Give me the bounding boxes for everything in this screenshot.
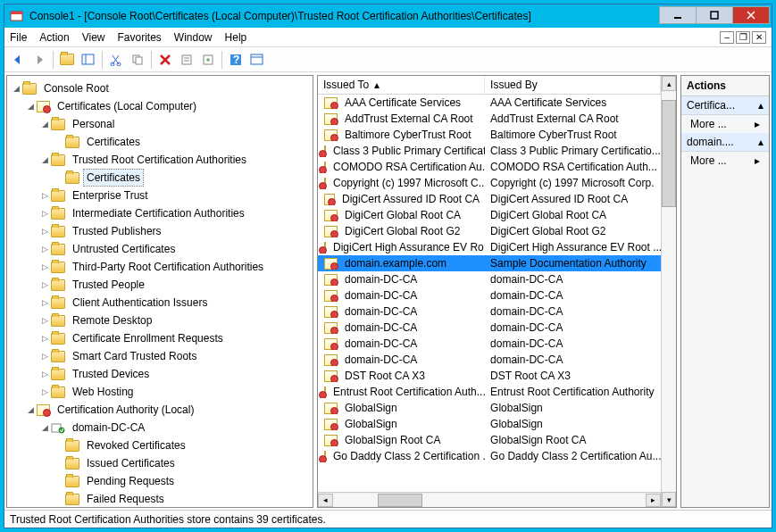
actions-group-domain[interactable]: domain....▴ [681,133,769,152]
cert-row[interactable]: GlobalSign Root CA GlobalSign Root CA [318,432,661,448]
menu-view[interactable]: View [82,31,105,44]
menu-file[interactable]: File [10,31,27,44]
cert-row[interactable]: domain-DC-CA domain-DC-CA [318,352,661,368]
tree-node[interactable]: Client Authentication Issuers [69,294,211,312]
menu-favorites[interactable]: Favorites [118,31,162,44]
expand-icon[interactable]: ◢ [25,402,36,418]
expand-icon[interactable]: ◢ [11,80,21,96]
expand-icon[interactable]: ◢ [39,152,50,168]
properties-button[interactable] [177,50,196,70]
up-button[interactable] [57,50,77,70]
tree-node[interactable]: Personal [69,115,118,133]
actions-more-1[interactable]: More ...▸ [681,115,769,133]
mdi-minimize-button[interactable]: – [720,31,734,44]
expand-icon[interactable]: ▷ [39,241,50,257]
cert-row[interactable]: DigiCert High Assurance EV Ro... DigiCer… [318,239,661,255]
hscroll-thumb[interactable] [378,494,422,507]
cert-row[interactable]: DigiCert Assured ID Root CA DigiCert Ass… [318,191,661,207]
expand-icon[interactable]: ▷ [39,295,50,311]
tree-node[interactable]: Failed Requests [83,490,168,508]
expand-icon[interactable]: ▷ [39,259,50,275]
cert-row[interactable]: DigiCert Global Root CA DigiCert Global … [318,207,661,223]
horizontal-scrollbar[interactable]: ◂ ▸ [318,492,661,507]
tree-pane[interactable]: ◢Console Root◢Certificates (Local Comput… [6,75,313,508]
expand-icon[interactable]: ▷ [39,312,50,328]
expand-icon[interactable]: ◢ [25,98,36,114]
expand-icon[interactable]: ▷ [39,366,50,382]
tree-ca-name[interactable]: domain-DC-CA [69,419,148,436]
cert-row[interactable]: AAA Certificate Services AAA Certificate… [318,95,661,111]
expand-icon[interactable]: ◢ [39,116,50,132]
cert-row[interactable]: DigiCert Global Root G2 DigiCert Global … [318,223,661,239]
cert-row[interactable]: Go Daddy Class 2 Certification ... Go Da… [318,448,661,464]
cert-row[interactable]: Entrust Root Certification Auth... Entru… [318,384,661,400]
tree-node[interactable]: Certificates [83,169,144,187]
export-list-button[interactable] [198,50,218,70]
cert-row[interactable]: domain-DC-CA domain-DC-CA [318,287,661,303]
cert-row[interactable]: AddTrust External CA Root AddTrust Exter… [318,111,661,127]
tree-node[interactable]: Trusted People [69,276,148,294]
actions-group-certificates[interactable]: Certifica...▴ [681,96,769,115]
tree-ca-local[interactable]: Certification Authority (Local) [54,401,197,419]
menu-window[interactable]: Window [174,31,213,44]
back-button[interactable] [8,50,28,70]
tree-node[interactable]: Certificate Enrollment Requests [69,329,227,347]
tree-node[interactable]: Issued Certificates [83,454,179,472]
cert-row[interactable]: domain-DC-CA domain-DC-CA [318,271,661,287]
tree-node[interactable]: Revoked Certificates [83,436,189,454]
expand-icon[interactable]: ▷ [39,384,50,400]
list-body[interactable]: AAA Certificate Services AAA Certificate… [318,95,661,492]
tree-node[interactable]: Intermediate Certification Authorities [69,204,248,222]
cert-row[interactable]: Baltimore CyberTrust Root Baltimore Cybe… [318,127,661,143]
tree-node[interactable]: Web Hosting [69,383,137,401]
tree-node[interactable]: Untrusted Certificates [69,240,179,258]
menu-help[interactable]: Help [225,31,247,44]
cert-row[interactable]: domain.example.com Sample Documentation … [318,255,661,271]
tree-node[interactable]: Certificates [83,133,144,151]
tree-node[interactable]: Trusted Devices [69,365,153,383]
tree-certs-local[interactable]: Certificates (Local Computer) [54,97,200,115]
copy-button[interactable] [128,50,147,70]
scroll-down-icon[interactable]: ▾ [662,492,676,507]
column-issued-to[interactable]: Issued To▴ [318,76,485,94]
expand-icon[interactable]: ▷ [39,187,50,204]
mdi-restore-button[interactable]: ❐ [736,31,750,44]
cert-row[interactable]: Class 3 Public Primary Certificat... Cla… [318,143,661,159]
vertical-scrollbar[interactable]: ▴ ▾ [661,76,676,507]
column-issued-by[interactable]: Issued By [485,76,661,94]
cert-row[interactable]: domain-DC-CA domain-DC-CA [318,303,661,320]
cert-row[interactable]: DST Root CA X3 DST Root CA X3 [318,368,661,384]
tree-node[interactable]: Smart Card Trusted Roots [69,347,200,365]
menu-action[interactable]: Action [39,31,69,44]
mdi-close-button[interactable]: ✕ [752,31,766,44]
cut-button[interactable] [106,50,126,70]
options-button[interactable] [247,50,267,70]
maximize-button[interactable] [696,6,733,24]
cert-row[interactable]: Copyright (c) 1997 Microsoft C... Copyri… [318,175,661,191]
expand-icon[interactable]: ▷ [39,330,50,346]
delete-button[interactable] [155,50,175,70]
tree-node[interactable]: Trusted Publishers [69,222,165,240]
cert-row[interactable]: COMODO RSA Certification Au... COMODO RS… [318,159,661,175]
cert-row[interactable]: GlobalSign GlobalSign [318,416,661,432]
help-button[interactable]: ? [226,50,246,70]
tree-node[interactable]: Third-Party Root Certification Authoriti… [69,258,267,276]
expand-icon[interactable]: ◢ [39,420,50,436]
scroll-left-icon[interactable]: ◂ [318,494,333,507]
actions-more-2[interactable]: More ...▸ [681,152,769,170]
scroll-right-icon[interactable]: ▸ [646,494,661,507]
cert-row[interactable]: domain-DC-CA domain-DC-CA [318,336,661,352]
close-button[interactable] [732,6,770,24]
tree-node[interactable]: Pending Requests [83,472,178,490]
show-hide-tree-button[interactable] [79,50,98,70]
expand-icon[interactable]: ▷ [39,223,50,239]
vscroll-thumb[interactable] [662,100,676,207]
expand-icon[interactable]: ▷ [39,348,50,364]
tree-node[interactable]: Remote Desktop [69,312,155,329]
scroll-up-icon[interactable]: ▴ [662,76,676,91]
expand-icon[interactable]: ▷ [39,277,50,293]
cert-row[interactable]: domain-DC-CA domain-DC-CA [318,320,661,336]
tree-console-root[interactable]: Console Root [40,79,113,97]
expand-icon[interactable]: ▷ [39,205,50,221]
tree-node[interactable]: Enterprise Trust [69,187,152,204]
